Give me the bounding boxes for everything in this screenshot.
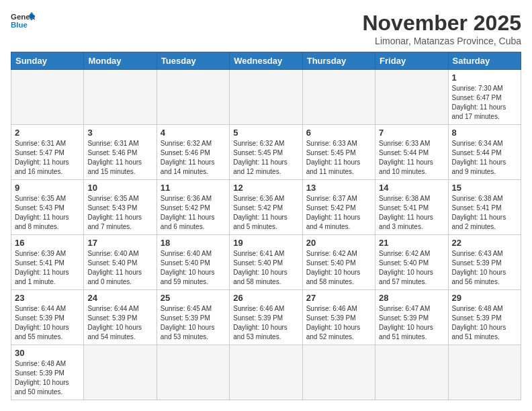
calendar-cell: 28Sunrise: 6:47 AM Sunset: 5:39 PM Dayli… xyxy=(375,290,448,345)
day-info: Sunrise: 6:48 AM Sunset: 5:39 PM Dayligh… xyxy=(15,359,80,397)
day-info: Sunrise: 6:36 AM Sunset: 5:42 PM Dayligh… xyxy=(161,194,226,232)
calendar-cell xyxy=(375,70,448,125)
calendar-cell: 3Sunrise: 6:31 AM Sunset: 5:46 PM Daylig… xyxy=(84,125,157,180)
day-number: 30 xyxy=(15,348,80,358)
day-number: 19 xyxy=(233,238,298,248)
day-info: Sunrise: 6:41 AM Sunset: 5:40 PM Dayligh… xyxy=(233,249,298,287)
calendar-cell: 2Sunrise: 6:31 AM Sunset: 5:47 PM Daylig… xyxy=(11,125,84,180)
weekday-header: Saturday xyxy=(448,52,521,70)
weekday-header: Tuesday xyxy=(157,52,229,70)
day-info: Sunrise: 6:37 AM Sunset: 5:42 PM Dayligh… xyxy=(306,194,371,232)
day-number: 20 xyxy=(306,238,371,248)
day-info: Sunrise: 6:31 AM Sunset: 5:46 PM Dayligh… xyxy=(87,139,152,177)
day-info: Sunrise: 6:34 AM Sunset: 5:44 PM Dayligh… xyxy=(452,139,517,177)
day-info: Sunrise: 6:45 AM Sunset: 5:39 PM Dayligh… xyxy=(161,304,226,342)
day-number: 16 xyxy=(15,238,80,248)
weekday-header: Wednesday xyxy=(230,52,302,70)
day-number: 22 xyxy=(452,238,517,248)
day-info: Sunrise: 6:35 AM Sunset: 5:43 PM Dayligh… xyxy=(15,194,80,232)
day-number: 7 xyxy=(379,128,444,138)
calendar-cell: 23Sunrise: 6:44 AM Sunset: 5:39 PM Dayli… xyxy=(11,290,84,345)
day-info: Sunrise: 6:38 AM Sunset: 5:41 PM Dayligh… xyxy=(452,194,517,232)
day-info: Sunrise: 6:32 AM Sunset: 5:46 PM Dayligh… xyxy=(161,139,226,177)
calendar-cell xyxy=(448,345,521,400)
day-info: Sunrise: 6:33 AM Sunset: 5:44 PM Dayligh… xyxy=(379,139,444,177)
day-info: Sunrise: 6:40 AM Sunset: 5:40 PM Dayligh… xyxy=(87,249,152,287)
day-number: 26 xyxy=(233,293,298,303)
svg-text:Blue: Blue xyxy=(11,21,28,29)
day-info: Sunrise: 6:36 AM Sunset: 5:42 PM Dayligh… xyxy=(233,194,298,232)
weekday-header: Thursday xyxy=(302,52,375,70)
day-info: Sunrise: 6:32 AM Sunset: 5:45 PM Dayligh… xyxy=(233,139,298,177)
calendar-cell: 14Sunrise: 6:38 AM Sunset: 5:41 PM Dayli… xyxy=(375,180,448,235)
calendar-cell xyxy=(302,345,375,400)
day-info: Sunrise: 6:43 AM Sunset: 5:39 PM Dayligh… xyxy=(452,249,517,287)
calendar-cell: 12Sunrise: 6:36 AM Sunset: 5:42 PM Dayli… xyxy=(230,180,302,235)
day-number: 27 xyxy=(306,293,371,303)
calendar-week-row: 1Sunrise: 7:30 AM Sunset: 6:47 PM Daylig… xyxy=(11,70,521,125)
day-number: 29 xyxy=(452,293,517,303)
calendar-table: SundayMondayTuesdayWednesdayThursdayFrid… xyxy=(11,52,521,400)
calendar-cell xyxy=(375,345,448,400)
day-number: 25 xyxy=(161,293,226,303)
calendar-week-row: 23Sunrise: 6:44 AM Sunset: 5:39 PM Dayli… xyxy=(11,290,521,345)
calendar-cell xyxy=(11,70,84,125)
day-number: 1 xyxy=(452,73,517,83)
day-info: Sunrise: 6:40 AM Sunset: 5:40 PM Dayligh… xyxy=(161,249,226,287)
calendar-week-row: 30Sunrise: 6:48 AM Sunset: 5:39 PM Dayli… xyxy=(11,345,521,400)
day-info: Sunrise: 6:46 AM Sunset: 5:39 PM Dayligh… xyxy=(233,304,298,342)
day-number: 8 xyxy=(452,128,517,138)
day-number: 15 xyxy=(452,183,517,193)
calendar-cell xyxy=(157,345,229,400)
day-info: Sunrise: 6:42 AM Sunset: 5:40 PM Dayligh… xyxy=(306,249,371,287)
page-header: General Blue November 2025 Limonar, Mata… xyxy=(11,11,521,46)
calendar-cell: 9Sunrise: 6:35 AM Sunset: 5:43 PM Daylig… xyxy=(11,180,84,235)
calendar-cell: 18Sunrise: 6:40 AM Sunset: 5:40 PM Dayli… xyxy=(157,235,229,290)
day-info: Sunrise: 6:42 AM Sunset: 5:40 PM Dayligh… xyxy=(379,249,444,287)
day-number: 14 xyxy=(379,183,444,193)
calendar-cell xyxy=(84,70,157,125)
calendar-cell xyxy=(230,345,302,400)
calendar-cell: 16Sunrise: 6:39 AM Sunset: 5:41 PM Dayli… xyxy=(11,235,84,290)
calendar-cell xyxy=(84,345,157,400)
calendar-cell: 8Sunrise: 6:34 AM Sunset: 5:44 PM Daylig… xyxy=(448,125,521,180)
day-info: Sunrise: 6:44 AM Sunset: 5:39 PM Dayligh… xyxy=(15,304,80,342)
day-number: 4 xyxy=(161,128,226,138)
calendar-cell: 30Sunrise: 6:48 AM Sunset: 5:39 PM Dayli… xyxy=(11,345,84,400)
weekday-header: Friday xyxy=(375,52,448,70)
day-number: 17 xyxy=(87,238,152,248)
day-info: Sunrise: 6:46 AM Sunset: 5:39 PM Dayligh… xyxy=(306,304,371,342)
day-info: Sunrise: 6:38 AM Sunset: 5:41 PM Dayligh… xyxy=(379,194,444,232)
calendar-cell: 5Sunrise: 6:32 AM Sunset: 5:45 PM Daylig… xyxy=(230,125,302,180)
calendar-cell xyxy=(302,70,375,125)
calendar-cell: 15Sunrise: 6:38 AM Sunset: 5:41 PM Dayli… xyxy=(448,180,521,235)
day-number: 18 xyxy=(161,238,226,248)
calendar-cell: 20Sunrise: 6:42 AM Sunset: 5:40 PM Dayli… xyxy=(302,235,375,290)
calendar-week-row: 9Sunrise: 6:35 AM Sunset: 5:43 PM Daylig… xyxy=(11,180,521,235)
day-info: Sunrise: 6:48 AM Sunset: 5:39 PM Dayligh… xyxy=(452,304,517,342)
day-info: Sunrise: 6:44 AM Sunset: 5:39 PM Dayligh… xyxy=(87,304,152,342)
weekday-header: Sunday xyxy=(11,52,84,70)
calendar-cell: 11Sunrise: 6:36 AM Sunset: 5:42 PM Dayli… xyxy=(157,180,229,235)
calendar-cell: 19Sunrise: 6:41 AM Sunset: 5:40 PM Dayli… xyxy=(230,235,302,290)
calendar-cell xyxy=(230,70,302,125)
day-number: 5 xyxy=(233,128,298,138)
day-info: Sunrise: 6:31 AM Sunset: 5:47 PM Dayligh… xyxy=(15,139,80,177)
day-number: 23 xyxy=(15,293,80,303)
calendar-cell: 22Sunrise: 6:43 AM Sunset: 5:39 PM Dayli… xyxy=(448,235,521,290)
calendar-cell: 7Sunrise: 6:33 AM Sunset: 5:44 PM Daylig… xyxy=(375,125,448,180)
calendar-cell: 13Sunrise: 6:37 AM Sunset: 5:42 PM Dayli… xyxy=(302,180,375,235)
day-number: 21 xyxy=(379,238,444,248)
calendar-week-row: 16Sunrise: 6:39 AM Sunset: 5:41 PM Dayli… xyxy=(11,235,521,290)
calendar-header-row: SundayMondayTuesdayWednesdayThursdayFrid… xyxy=(11,52,521,70)
calendar-cell: 4Sunrise: 6:32 AM Sunset: 5:46 PM Daylig… xyxy=(157,125,229,180)
location: Limonar, Matanzas Province, Cuba xyxy=(362,36,521,46)
day-info: Sunrise: 6:47 AM Sunset: 5:39 PM Dayligh… xyxy=(379,304,444,342)
day-number: 10 xyxy=(87,183,152,193)
day-info: Sunrise: 6:35 AM Sunset: 5:43 PM Dayligh… xyxy=(87,194,152,232)
logo-icon: General Blue xyxy=(11,11,35,30)
day-number: 3 xyxy=(87,128,152,138)
day-info: Sunrise: 6:39 AM Sunset: 5:41 PM Dayligh… xyxy=(15,249,80,287)
logo: General Blue xyxy=(11,11,35,30)
day-info: Sunrise: 6:33 AM Sunset: 5:45 PM Dayligh… xyxy=(306,139,371,177)
